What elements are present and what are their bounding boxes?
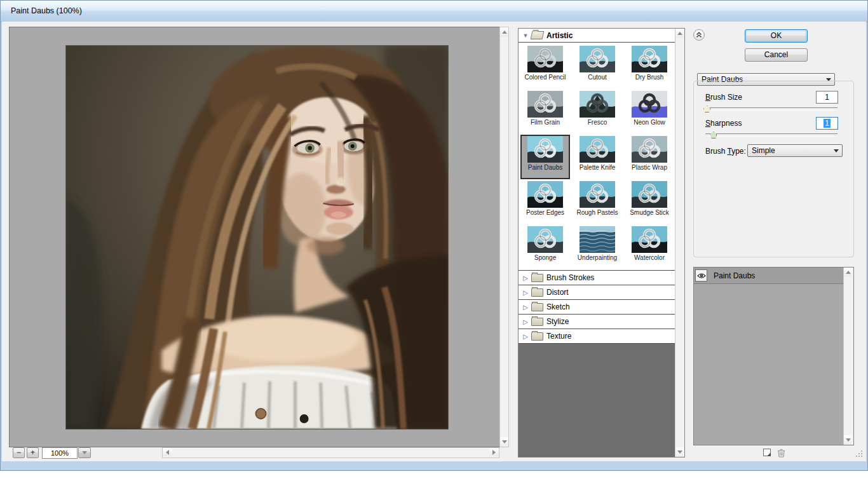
expand-triangle-icon: ▷ [521,289,530,296]
scroll-down-arrow-icon[interactable] [844,435,852,445]
scroll-up-arrow-icon[interactable] [675,29,684,38]
category-stylize[interactable]: ▷Stylize [519,314,675,329]
filter-thumbnail-image [580,226,615,253]
preview-horizontal-scrollbar[interactable] [162,447,499,458]
filter-thumb-fresco[interactable]: Fresco [573,90,622,134]
preview-image[interactable] [65,45,449,430]
filter-thumbnail-label: Film Grain [531,119,560,126]
effect-layer-row[interactable]: Paint Daubs [694,268,843,284]
brush-size-slider[interactable] [705,107,837,111]
category-brush-strokes[interactable]: ▷Brush Strokes [519,270,675,285]
filter-thumbnail-label: Poster Edges [526,209,564,216]
filter-thumbnail-image [580,136,615,163]
filter-thumbnail-image [632,136,667,163]
sharpness-input[interactable]: 1 [816,117,838,130]
gallery-empty-area [519,343,675,457]
brush-size-label: Brush Size [705,93,742,102]
sharpness-slider[interactable] [705,133,837,137]
filter-thumbnail-label: Plastic Wrap [632,164,667,171]
filter-gallery-panel: ▼ArtisticColored PencilCutoutDry BrushFi… [518,28,685,458]
layers-scrollbar[interactable] [843,268,853,445]
filter-thumbnail-image [632,46,667,72]
zoom-dropdown-button[interactable] [78,447,91,458]
filter-thumb-colored-pencil[interactable]: Colored Pencil [520,44,570,89]
filter-thumbnail-label: Paint Daubs [528,164,562,171]
expand-triangle-icon: ▷ [521,333,530,340]
cancel-button[interactable]: Cancel [745,48,808,62]
filter-thumbnail-image [632,226,667,253]
expand-triangle-icon: ▷ [521,318,530,325]
filter-thumbnail-grid: Colored PencilCutoutDry BrushFilm GrainF… [519,43,675,270]
portrait-painting [66,46,448,429]
scroll-right-arrow-icon[interactable] [489,448,499,456]
category-label: Texture [546,332,571,341]
filter-thumbnail-image [527,226,563,253]
preview-vertical-scrollbar[interactable] [499,27,509,447]
filter-thumb-sponge[interactable]: Sponge [520,225,570,269]
filter-thumb-neon-glow[interactable]: Neon Glow [625,90,674,134]
collapse-panel-button[interactable] [693,29,705,41]
category-texture[interactable]: ▷Texture [519,329,675,343]
filter-thumb-watercolor[interactable]: Watercolor [625,225,674,269]
brush-size-input[interactable]: 1 [816,91,838,104]
category-distort[interactable]: ▷Distort [519,285,675,299]
zoom-out-button[interactable]: − [13,447,25,458]
folder-icon [531,31,545,39]
double-chevron-up-icon [696,32,702,38]
filter-thumb-dry-brush[interactable]: Dry Brush [625,44,674,89]
filter-thumb-plastic-wrap[interactable]: Plastic Wrap [625,135,674,179]
filter-thumb-smudge-stick[interactable]: Smudge Stick [625,180,674,224]
scroll-down-arrow-icon[interactable] [675,447,684,457]
filter-thumbnail-image [580,91,615,118]
category-sketch[interactable]: ▷Sketch [519,299,675,314]
filter-thumbnail-image [580,46,615,72]
category-artistic[interactable]: ▼Artistic [519,29,675,43]
new-effect-layer-button[interactable] [762,447,772,458]
filter-thumbnail-image [527,91,563,118]
chevron-down-icon [82,451,87,454]
filter-thumb-cutout[interactable]: Cutout [573,44,622,89]
effect-layer-name: Paint Daubs [714,271,755,280]
resize-grip[interactable] [854,449,864,459]
folder-icon [531,274,543,282]
filter-thumbnail-label: Colored Pencil [524,74,566,81]
filter-thumb-poster-edges[interactable]: Poster Edges [520,180,570,224]
window-titlebar[interactable]: Paint Daubs (100%) [1,1,867,22]
trash-icon [777,448,785,458]
filter-thumb-rough-pastels[interactable]: Rough Pastels [573,180,622,224]
scroll-up-arrow-icon[interactable] [844,268,852,277]
category-label: Sketch [546,302,570,311]
brush-type-dropdown[interactable]: Simple [747,144,843,157]
scroll-left-arrow-icon[interactable] [163,448,172,456]
filter-thumbnail-label: Sponge [534,254,556,261]
filter-thumbnail-label: Cutout [588,74,606,81]
resize-grip-icon [854,449,864,459]
scroll-up-arrow-icon[interactable] [500,27,508,37]
ok-button[interactable]: OK [745,29,808,43]
scrollbar-corner [499,447,509,458]
filter-thumb-underpainting[interactable]: Underpainting [573,225,622,269]
filter-thumb-film-grain[interactable]: Film Grain [520,90,570,134]
eye-icon [697,273,706,279]
preview-canvas[interactable] [9,27,500,447]
expand-triangle-icon: ▷ [521,274,530,281]
folder-icon [531,303,543,311]
category-label: Stylize [546,317,569,326]
filter-thumb-palette-knife[interactable]: Palette Knife [573,135,622,179]
chevron-down-icon [831,149,842,152]
delete-effect-layer-button[interactable] [776,447,786,458]
scroll-down-arrow-icon[interactable] [500,437,508,447]
filter-thumbnail-label: Dry Brush [635,74,663,81]
filter-thumbnail-label: Smudge Stick [630,209,669,216]
zoom-in-button[interactable]: + [27,447,39,458]
layer-visibility-toggle[interactable] [695,269,707,281]
sharpness-label: Sharpness [705,119,742,128]
gallery-scrollbar[interactable] [675,29,684,457]
filter-thumbnail-label: Underpainting [578,254,617,261]
filter-thumbnail-label: Neon Glow [634,119,665,126]
effect-layers-panel: Paint Daubs [693,267,854,445]
filter-thumb-paint-daubs[interactable]: Paint Daubs [520,135,570,179]
category-label: Brush Strokes [546,273,594,282]
filter-thumbnail-image [527,46,563,72]
zoom-level-display: 100% [42,447,78,459]
